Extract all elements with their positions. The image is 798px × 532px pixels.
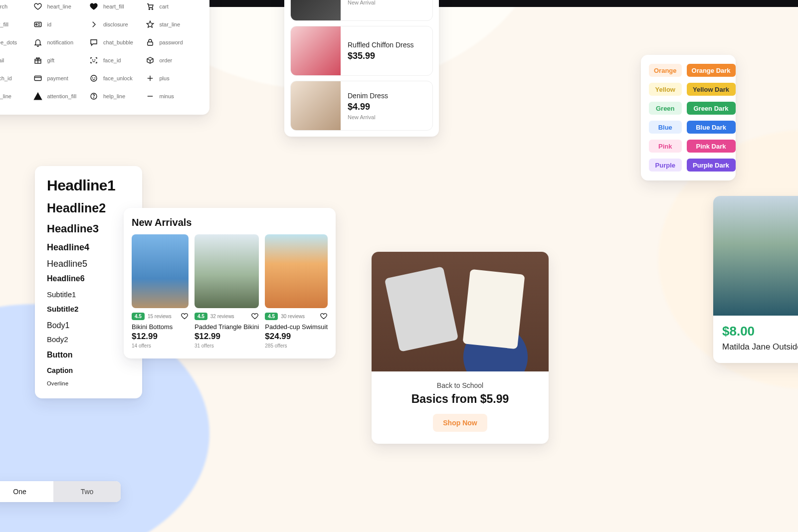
icon-label: star_line [160, 21, 181, 27]
chip-purple[interactable]: Purple [649, 159, 682, 172]
icon-label: attention_fill [47, 93, 77, 99]
arrival-price: $24.99 [265, 332, 328, 342]
product-image [291, 0, 341, 21]
icon-label: email [0, 57, 4, 63]
chat-bubble-icon [89, 38, 98, 47]
icon-entry-id: id [33, 20, 86, 29]
icon-label: minus [160, 93, 174, 99]
arrival-offers: 31 offers [195, 343, 259, 349]
segment-one[interactable]: One [0, 481, 53, 502]
segment-two[interactable]: Two [53, 481, 121, 502]
product-title: Denim Dress [348, 92, 432, 100]
color-chip-card: Orange Orange Dark Yellow Yellow Dark Gr… [641, 55, 736, 180]
icon-label: heart_fill [103, 3, 124, 9]
plus-icon [146, 74, 155, 83]
icon-entry-three-dots: three_dots [0, 38, 29, 47]
review-count: 30 reviews [281, 314, 305, 319]
arrival-image [195, 234, 259, 308]
arrival-item[interactable]: 4.5 15 reviews Bikini Bottoms $12.99 14 … [132, 234, 189, 349]
product-title: Ruffled Chiffon Dress [348, 41, 432, 49]
headline1: Headline1 [47, 177, 131, 194]
icon-entry-face-unlock: face_unlock [89, 74, 142, 83]
promo-eyebrow: Back to School [381, 381, 540, 389]
icon-label: gift [47, 57, 55, 63]
id-icon [33, 20, 42, 29]
promo-prop [462, 269, 525, 350]
chip-pink[interactable]: Pink [649, 140, 682, 153]
icon-label: search [0, 3, 7, 9]
svg-point-21 [92, 78, 93, 78]
face-id-icon [89, 56, 98, 65]
icon-label: plus [160, 75, 170, 81]
chip-green-dark[interactable]: Green Dark [687, 102, 736, 115]
minus-icon [146, 92, 155, 101]
product-price: $35.99 [348, 51, 432, 61]
chip-yellow-dark[interactable]: Yellow Dark [687, 83, 736, 96]
icon-label: help_line [103, 93, 125, 99]
favorite-icon[interactable] [251, 312, 259, 320]
arrival-item[interactable]: 4.5 30 reviews Padded-cup Swimsuit $24.9… [265, 234, 328, 349]
favorite-icon[interactable] [181, 312, 189, 320]
body1: Body1 [47, 321, 131, 330]
icon-entry-attention-fill: attention_fill [33, 92, 86, 101]
svg-point-3 [152, 8, 153, 9]
chip-blue[interactable]: Blue [649, 121, 682, 134]
cart-icon [146, 2, 155, 11]
chip-pink-dark[interactable]: Pink Dark [687, 140, 736, 153]
password-icon [146, 38, 155, 47]
arrival-image [265, 234, 328, 308]
icon-entry-search: search [0, 2, 29, 11]
icon-entry-help-line: help_line [89, 92, 142, 101]
chip-blue-dark[interactable]: Blue Dark [687, 121, 736, 134]
product-image [291, 26, 341, 76]
profile-price: $8.00 [722, 324, 798, 339]
icon-label: chat_bubble [103, 39, 133, 45]
icon-label: id [47, 21, 52, 27]
product-price: $4.99 [348, 102, 432, 112]
heart-line-icon [33, 2, 42, 11]
icon-entry-order: order [146, 56, 198, 65]
headline4: Headline4 [47, 242, 131, 253]
chip-purple-dark[interactable]: Purple Dark [687, 159, 736, 172]
promo-image [372, 252, 549, 371]
button-text: Button [47, 351, 131, 359]
attention-fill-icon [33, 92, 42, 101]
arrival-name: Padded Triangle Bikini [195, 323, 259, 331]
arrival-offers: 14 offers [132, 343, 189, 349]
order-icon [146, 56, 155, 65]
chip-yellow[interactable]: Yellow [649, 83, 682, 96]
arrival-price: $12.99 [195, 332, 259, 342]
disclosure-icon [89, 20, 98, 29]
review-count: 15 reviews [148, 314, 172, 319]
icon-entry-email: email [0, 56, 29, 65]
arrival-item[interactable]: 4.5 32 reviews Padded Triangle Bikini $1… [195, 234, 259, 349]
chip-orange[interactable]: Orange [649, 64, 682, 77]
icon-entry-gift: gift [33, 56, 86, 65]
product-row[interactable]: $18.99 New Arrival [290, 0, 433, 21]
review-count: 32 reviews [210, 314, 234, 319]
profile-price-card[interactable]: $8.00 Matilda Jane Outside [713, 196, 798, 363]
icon-entry-chat-bubble: chat_bubble [89, 38, 142, 47]
rating-badge: 4.5 [132, 313, 145, 320]
icon-entry-face-id: face_id [89, 56, 142, 65]
shop-now-button[interactable]: Shop Now [433, 414, 487, 432]
chip-green[interactable]: Green [649, 102, 682, 115]
icon-label: password [160, 39, 183, 45]
icon-label: payment [47, 75, 68, 81]
icon-entry-plus: plus [146, 74, 198, 83]
gift-icon [33, 56, 42, 65]
product-row[interactable]: Ruffled Chiffon Dress $35.99 [290, 26, 433, 76]
icon-label: cart [160, 3, 169, 9]
icon-label: touch_id [0, 75, 12, 81]
rating-badge: 4.5 [195, 313, 207, 320]
chip-orange-dark[interactable]: Orange Dark [687, 64, 736, 77]
promo-headline: Basics from $5.99 [381, 392, 540, 406]
icon-entry-password: password [146, 38, 198, 47]
icon-label: face_id [103, 57, 121, 63]
favorite-icon[interactable] [320, 312, 328, 320]
icon-entry-heart-fill: heart_fill [89, 2, 142, 11]
icon-palette-card: search heart_line heart_fill cart star_f… [0, 0, 209, 115]
product-row[interactable]: Denim Dress $4.99 New Arrival [290, 81, 433, 131]
icon-entry-minus: minus [146, 92, 198, 101]
new-arrivals-title: New Arrivals [132, 217, 328, 228]
